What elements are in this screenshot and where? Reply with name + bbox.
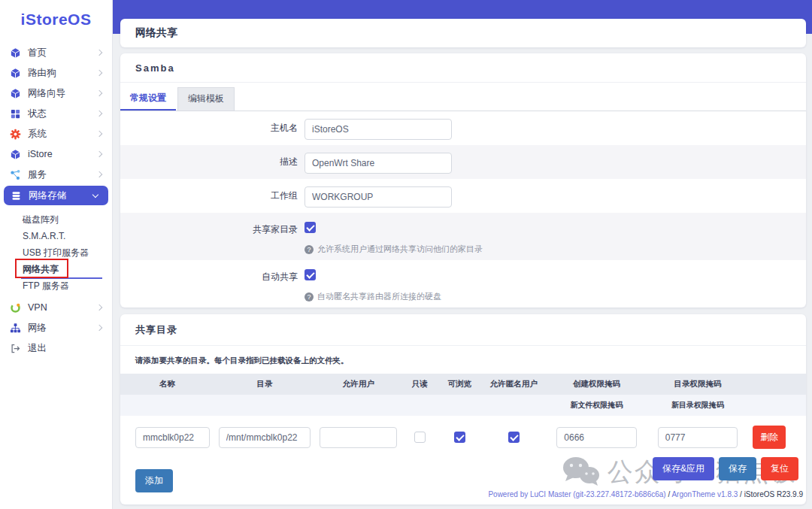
col-path[interactable]: 目录 — [214, 374, 315, 395]
main-area: 网络共享 Samba 常规设置 编辑模板 主机名 描述 工作组 共享家目录 — [113, 0, 812, 509]
form-row-share-home: 共享家目录 允许系统用户通过网络共享访问他们的家目录 — [120, 213, 806, 260]
sidebar-subitem-ftp[interactable]: FTP 服务器 — [0, 277, 112, 294]
col-actions — [748, 374, 806, 395]
sidebar-item-network-wizard[interactable]: 网络向导 — [0, 83, 112, 103]
page-title: 网络共享 — [120, 19, 806, 47]
share-nodes-icon — [10, 169, 21, 180]
sitemap-icon — [10, 323, 21, 334]
shared-directories-description: 请添加要共享的目录。每个目录指到已挂载设备上的文件夹。 — [120, 346, 806, 374]
sidebar-subitem-raid[interactable]: 磁盘阵列 — [0, 211, 112, 228]
subcol-create-mask: 新文件权限掩码 — [546, 395, 647, 416]
sidebar-item-label: 网络存储 — [29, 189, 66, 202]
col-name: 名称 — [120, 374, 214, 395]
sidebar-item-label: 首页 — [28, 47, 47, 59]
sidebar-item-services[interactable]: 服务 — [0, 165, 112, 184]
sub-item-label: FTP 服务器 — [23, 280, 69, 291]
help-icon — [304, 245, 314, 254]
footer-luci-link[interactable]: Powered by LuCI Master (git-23.227.48172… — [488, 490, 665, 498]
col-dir-mask: 目录权限掩码 — [647, 374, 748, 395]
storage-submenu: 磁盘阵列 S.M.A.R.T. USB 打印服务器 网络共享 FTP 服务器 — [0, 207, 112, 297]
sidebar-item-label: 服务 — [28, 168, 47, 181]
hostname-label: 主机名 — [120, 117, 304, 135]
chevron-right-icon — [96, 325, 102, 331]
sidebar-item-label: 退出 — [28, 342, 47, 355]
chevron-right-icon — [96, 70, 102, 76]
tab-general-settings[interactable]: 常规设置 — [120, 87, 176, 111]
col-allow-guests: 允许匿名用户 — [481, 374, 546, 395]
save-button[interactable]: 保存 — [719, 457, 756, 480]
samba-section: Samba 常规设置 编辑模板 主机名 描述 工作组 共享家目录 — [120, 53, 806, 308]
cube-icon — [10, 149, 21, 160]
sidebar-item-network[interactable]: 网络 — [0, 318, 112, 338]
add-button[interactable]: 添加 — [135, 469, 173, 492]
sidebar-item-label: 系统 — [28, 128, 47, 141]
help-icon — [304, 292, 314, 301]
wechat-icon — [561, 456, 600, 489]
tab-edit-template[interactable]: 编辑模板 — [177, 87, 235, 111]
sidebar-item-system[interactable]: 系统 — [0, 124, 112, 144]
cube-icon — [10, 68, 21, 79]
form-row-workgroup: 工作组 — [120, 179, 806, 213]
table-row: 删除 — [120, 416, 806, 459]
footer-os-version: iStoreOS R23.9.9 — [744, 490, 803, 498]
col-users: 允许用户 — [315, 374, 401, 395]
sidebar-subitem-usb-print[interactable]: USB 打印服务器 — [0, 244, 112, 261]
sidebar-subitem-network-share[interactable]: 网络共享 — [0, 261, 112, 277]
delete-button[interactable]: 删除 — [753, 426, 786, 449]
chevron-right-icon — [96, 151, 102, 157]
footer: Powered by LuCI Master (git-23.227.48172… — [488, 490, 803, 498]
sidebar: iStoreOS 首页 路由狗 网络向导 状态 系统 iStore 服务 网络存… — [0, 0, 113, 509]
reset-button[interactable]: 复位 — [761, 457, 798, 480]
sidebar-item-logout[interactable]: 退出 — [0, 338, 112, 358]
share-home-checkbox[interactable] — [304, 222, 316, 233]
table-header-row: 名称 目录 允许用户 只读 可浏览 允许匿名用户 创建权限掩码 目录权限掩码 — [120, 374, 806, 395]
vpn-icon — [10, 302, 21, 314]
cube-icon — [10, 88, 21, 99]
sidebar-item-network-storage[interactable]: 网络存储 — [4, 186, 108, 205]
sidebar-item-label: 网络向导 — [28, 87, 65, 100]
workgroup-input[interactable] — [304, 186, 452, 208]
chevron-right-icon — [96, 171, 102, 177]
sidebar-item-home[interactable]: 首页 — [0, 43, 112, 62]
sub-item-label: S.M.A.R.T. — [23, 231, 65, 241]
sidebar-item-label: 状态 — [28, 108, 47, 120]
auto-share-label: 自动共享 — [120, 265, 304, 283]
subcol-dir-mask: 新目录权限掩码 — [647, 395, 748, 416]
gear-icon — [10, 129, 21, 140]
share-users-input[interactable] — [320, 427, 397, 448]
form-row-auto-share: 自动共享 自动匿名共享路由器所连接的硬盘 — [120, 260, 806, 308]
shared-directories-title: 共享目录 — [120, 314, 806, 346]
share-home-label: 共享家目录 — [120, 218, 304, 236]
sidebar-subitem-smart[interactable]: S.M.A.R.T. — [0, 228, 112, 244]
dir-mask-input[interactable] — [658, 427, 738, 448]
hostname-input[interactable] — [304, 119, 452, 140]
sidebar-item-status[interactable]: 状态 — [0, 104, 112, 123]
share-name-input[interactable] — [135, 427, 210, 448]
sidebar-item-vpn[interactable]: VPN — [0, 298, 112, 317]
share-home-help: 允许系统用户通过网络共享访问他们的家目录 — [317, 244, 483, 255]
table-subheader-row: 新文件权限掩码 新目录权限掩码 — [120, 395, 806, 416]
database-icon — [11, 190, 22, 201]
save-apply-button[interactable]: 保存&应用 — [653, 457, 714, 480]
col-browseable: 可浏览 — [438, 374, 481, 395]
sidebar-item-label: iStore — [28, 149, 53, 159]
sidebar-item-label: 路由狗 — [28, 67, 56, 80]
read-only-checkbox[interactable] — [414, 432, 426, 443]
sidebar-item-routerdog[interactable]: 路由狗 — [0, 63, 112, 83]
form-row-description: 描述 — [120, 145, 806, 179]
create-mask-input[interactable] — [556, 427, 636, 448]
auto-share-help: 自动匿名共享路由器所连接的硬盘 — [317, 291, 441, 302]
chevron-right-icon — [96, 304, 102, 311]
cube-icon — [10, 47, 21, 59]
chevron-right-icon — [96, 90, 102, 96]
share-path-input[interactable] — [219, 427, 311, 448]
auto-share-checkbox[interactable] — [304, 269, 316, 280]
sub-item-label: USB 打印服务器 — [23, 247, 89, 258]
browseable-checkbox[interactable] — [454, 432, 465, 443]
chevron-down-icon — [92, 191, 98, 197]
allow-guests-checkbox[interactable] — [508, 432, 520, 443]
col-read-only: 只读 — [401, 374, 438, 395]
footer-theme-link[interactable]: ArgonTheme v1.8.3 — [671, 490, 738, 498]
description-input[interactable] — [304, 153, 452, 174]
sidebar-item-istore[interactable]: iStore — [0, 144, 112, 164]
